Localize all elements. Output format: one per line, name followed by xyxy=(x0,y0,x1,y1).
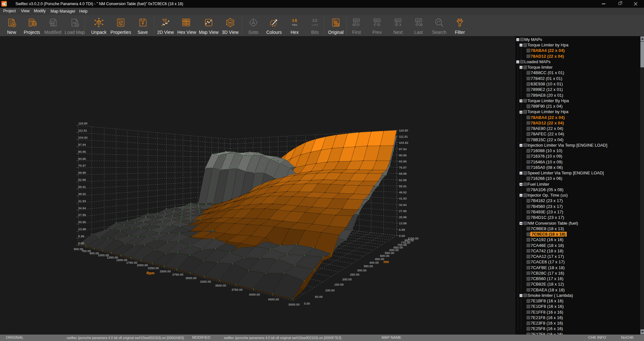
svg-text:S: S xyxy=(2,2,5,6)
svg-text:0.00: 0.00 xyxy=(78,241,84,245)
svg-text:97.84: 97.84 xyxy=(399,147,407,151)
svg-text:118.80: 118.80 xyxy=(399,129,408,132)
svg-text:Hex: Hex xyxy=(292,23,298,26)
svg-text:69.88: 69.88 xyxy=(78,171,86,174)
svg-text:27.95: 27.95 xyxy=(78,213,86,217)
svg-text:MOD: MOD xyxy=(50,22,55,24)
svg-text:0.00: 0.00 xyxy=(304,302,310,305)
svg-text:90.85: 90.85 xyxy=(78,150,86,153)
svg-text:20.96: 20.96 xyxy=(78,220,86,224)
svg-text:6.99: 6.99 xyxy=(78,234,84,238)
svg-text:5000.00: 5000.00 xyxy=(289,303,299,306)
svg-text:1750.00: 1750.00 xyxy=(126,261,137,264)
svg-text:32: 32 xyxy=(312,18,318,23)
svg-text:900.00: 900.00 xyxy=(90,251,99,255)
svg-text:4500.00: 4500.00 xyxy=(268,297,279,301)
svg-text:55.91: 55.91 xyxy=(78,185,86,189)
svg-text:83.86: 83.86 xyxy=(78,157,86,161)
svg-text:T: T xyxy=(5,2,6,6)
svg-text:1100.00: 1100.00 xyxy=(408,237,419,240)
svg-text:27.95: 27.95 xyxy=(399,209,407,213)
svg-text:00: 00 xyxy=(187,21,189,24)
svg-text:41.93: 41.93 xyxy=(399,197,407,200)
svg-text:LAST: LAST xyxy=(416,19,421,22)
svg-text:2000.00: 2000.00 xyxy=(137,263,148,267)
svg-text:FIRST: FIRST xyxy=(354,19,360,22)
svg-text:3000.00: 3000.00 xyxy=(185,276,196,280)
svg-text:76.87: 76.87 xyxy=(78,164,86,167)
svg-text:62.89: 62.89 xyxy=(399,178,407,182)
svg-text:150.00: 150.00 xyxy=(334,283,344,286)
svg-text:nm: nm xyxy=(384,260,389,264)
svg-text:6.99: 6.99 xyxy=(399,228,405,231)
svg-text:3D: 3D xyxy=(229,21,232,24)
svg-text:400.00: 400.00 xyxy=(369,261,379,264)
svg-text:48.92: 48.92 xyxy=(399,190,407,194)
svg-text:3250.00: 3250.00 xyxy=(200,280,211,283)
svg-text:4000.00: 4000.00 xyxy=(249,293,260,296)
svg-text:104.82: 104.82 xyxy=(399,141,408,144)
svg-text:NEXT: NEXT xyxy=(395,19,401,22)
svg-text:F6: F6 xyxy=(187,19,189,21)
svg-text:69.88: 69.88 xyxy=(399,172,407,175)
svg-text:ORI: ORI xyxy=(335,24,338,25)
svg-text:0101: 0101 xyxy=(163,20,167,22)
svg-text:3500.00: 3500.00 xyxy=(215,284,226,287)
svg-text:300.00: 300.00 xyxy=(357,268,366,272)
svg-text:34.94: 34.94 xyxy=(399,203,407,207)
svg-text:001: 001 xyxy=(30,24,33,26)
svg-text:50.00: 50.00 xyxy=(315,295,323,298)
svg-text:62.89: 62.89 xyxy=(78,178,86,181)
svg-text:111.81: 111.81 xyxy=(399,135,408,138)
svg-text:450.00: 450.00 xyxy=(375,257,384,261)
svg-text:PREV: PREV xyxy=(374,19,380,22)
svg-text:1500.00: 1500.00 xyxy=(116,258,127,262)
svg-text:3750.00: 3750.00 xyxy=(232,288,242,291)
svg-text:MOD: MOD xyxy=(333,21,338,23)
svg-text:2750.00: 2750.00 xyxy=(172,273,183,276)
svg-text:20.96: 20.96 xyxy=(399,215,407,219)
svg-text:250.00: 250.00 xyxy=(350,273,359,276)
svg-text:LoHi: LoHi xyxy=(312,23,318,26)
svg-text:2500.00: 2500.00 xyxy=(160,269,171,273)
svg-text:41.93: 41.93 xyxy=(78,199,86,203)
svg-text:83.86: 83.86 xyxy=(399,160,407,163)
svg-text:0.00: 0.00 xyxy=(399,234,405,238)
svg-text:76.87: 76.87 xyxy=(399,166,407,169)
svg-text:13.98: 13.98 xyxy=(78,227,86,231)
svg-text:118.80: 118.80 xyxy=(78,122,87,125)
svg-text:2250.00: 2250.00 xyxy=(148,266,159,270)
svg-text:104.82: 104.82 xyxy=(78,136,88,139)
svg-text:100.00: 100.00 xyxy=(325,288,335,292)
svg-text:EB: EB xyxy=(183,19,185,21)
svg-text:350.00: 350.00 xyxy=(364,264,373,268)
svg-text:80: 80 xyxy=(183,24,185,26)
svg-text:Rpm: Rpm xyxy=(147,271,155,275)
svg-text:200.00: 200.00 xyxy=(342,278,352,281)
svg-text:111.81: 111.81 xyxy=(78,129,87,132)
svg-text:34.94: 34.94 xyxy=(78,206,86,210)
svg-text:00: 00 xyxy=(187,24,189,26)
svg-text:13.98: 13.98 xyxy=(399,221,407,225)
svg-text:97.84: 97.84 xyxy=(78,143,86,146)
svg-text:16: 16 xyxy=(292,18,298,23)
svg-text:55.91: 55.91 xyxy=(399,184,407,188)
svg-text:48.92: 48.92 xyxy=(78,192,86,196)
svg-text:90.85: 90.85 xyxy=(399,153,407,157)
svg-text:52: 52 xyxy=(183,21,185,24)
